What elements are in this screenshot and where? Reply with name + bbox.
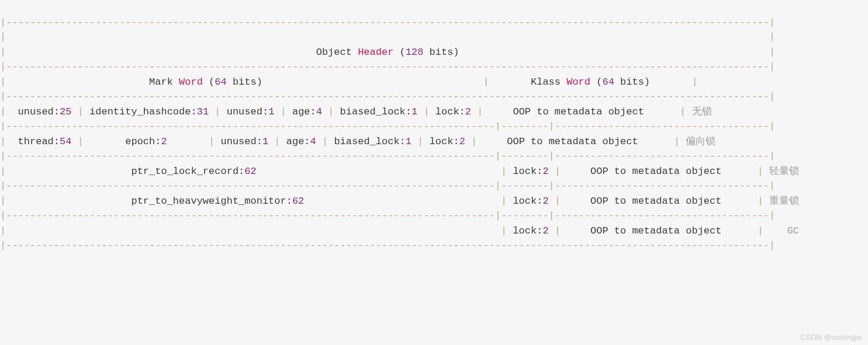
- mark-word-post: bits): [227, 76, 262, 88]
- r5-comment: GC: [787, 225, 799, 236]
- r4-comment: 重量锁: [769, 196, 799, 207]
- header-paren-open: (: [393, 47, 405, 58]
- r1-klass: OOP to metadata object: [513, 106, 644, 117]
- r4-c6-label: lock:: [513, 196, 542, 207]
- r2-klass: OOP to metadata object: [507, 136, 638, 147]
- r2-c3-label: unused:: [221, 136, 262, 147]
- mark-word-pre: Mark: [149, 76, 179, 88]
- klass-word-bits: 64: [602, 76, 614, 88]
- klass-word-post: bits): [614, 76, 650, 88]
- mark-word-paren: (: [203, 76, 215, 88]
- r2-c1-label: thread:: [18, 136, 60, 147]
- r3-c6-val: 2: [542, 166, 548, 177]
- r2-c5-val: 1: [406, 136, 411, 147]
- r1-c2-val: 31: [197, 106, 209, 117]
- r2-c2-label: epoch:: [125, 136, 161, 147]
- klass-word-paren: (: [590, 76, 602, 88]
- mark-word-bits: 64: [215, 76, 226, 88]
- object-header-diagram: |---------------------------------------…: [0, 0, 868, 268]
- ascii-table: |---------------------------------------…: [0, 15, 868, 253]
- r1-c4-label: age:: [292, 106, 316, 117]
- r1-c1-val: 25: [60, 106, 71, 117]
- r3-klass: OOP to metadata object: [590, 166, 721, 177]
- r2-comment: 偏向锁: [686, 136, 715, 147]
- r3-c6-label: lock:: [513, 166, 542, 177]
- r4-c1-val: 62: [292, 196, 304, 207]
- r1-c4-val: 4: [316, 106, 322, 117]
- r3-comment: 轻量锁: [769, 166, 799, 177]
- r4-klass: OOP to metadata object: [590, 196, 721, 207]
- r4-c6-val: 2: [542, 196, 548, 207]
- r4-c1-label: ptr_to_heavyweight_monitor:: [131, 196, 292, 207]
- mark-word-kw: Word: [179, 76, 203, 88]
- r1-c5-val: 1: [411, 106, 417, 117]
- r2-c3-val: 1: [262, 136, 268, 147]
- r2-c4-label: age:: [286, 136, 310, 147]
- r1-c6-val: 2: [465, 106, 471, 117]
- r3-c1-val: 62: [244, 166, 256, 177]
- r2-c2-val: 2: [161, 136, 167, 147]
- r2-c6-label: lock:: [430, 136, 459, 147]
- header-title-kw: Header: [358, 47, 393, 58]
- header-bits: 128: [406, 47, 424, 58]
- r1-c3-label: unused:: [227, 106, 268, 117]
- r1-c3-val: 1: [268, 106, 274, 117]
- r2-c1-val: 54: [60, 136, 71, 147]
- klass-word-kw: Word: [566, 76, 590, 88]
- klass-word-pre: Klass: [531, 76, 566, 88]
- r2-c6-val: 2: [459, 136, 465, 147]
- r1-c6-label: lock:: [435, 106, 465, 117]
- r5-klass: OOP to metadata object: [590, 225, 721, 236]
- header-title-pre: Object: [316, 47, 358, 58]
- r5-c6-label: lock:: [513, 225, 542, 236]
- r5-c6-val: 2: [542, 225, 548, 236]
- r2-c5-label: biased_lock:: [334, 136, 405, 147]
- r1-c5-label: biased_lock:: [340, 106, 411, 117]
- r1-c1-label: unused:: [18, 106, 60, 117]
- r3-c1-label: ptr_to_lock_record:: [131, 166, 244, 177]
- header-post: bits): [423, 47, 459, 58]
- r1-c2-label: identity_hashcode:: [89, 106, 197, 117]
- r2-c4-val: 4: [310, 136, 316, 147]
- r1-comment: 无锁: [692, 106, 712, 117]
